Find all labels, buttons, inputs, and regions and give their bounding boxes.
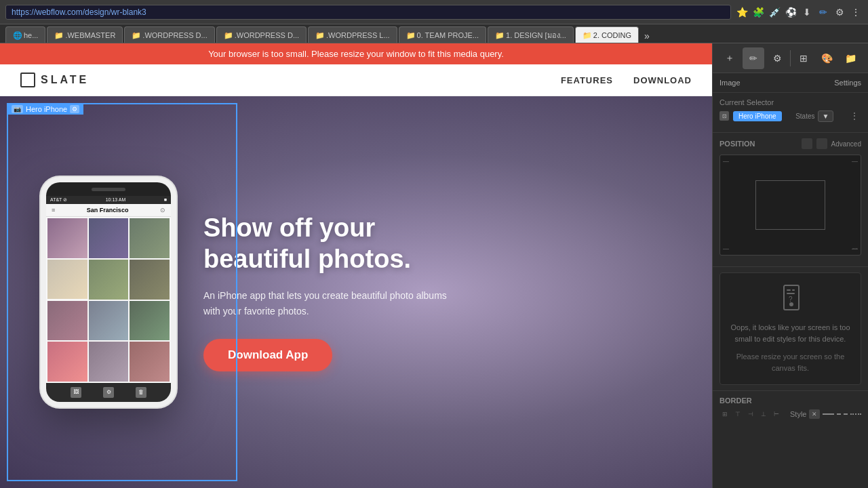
panel-selector-section: Current Selector ⊡ Hero iPhone States ▼ … (713, 93, 868, 133)
border-dashed-line[interactable] (837, 413, 848, 415)
style-tool[interactable]: ✏ (743, 47, 764, 69)
widget-sub-text: Please resize your screen so the canvas … (727, 351, 854, 373)
nav-features[interactable]: FEATURES (561, 75, 613, 85)
panel-border-section: BORDER ⊞ ⊤ ⊣ ⊥ ⊢ Style ✕ (713, 390, 868, 425)
photo-item-8 (89, 301, 129, 341)
bookmark-icon[interactable]: ⭐ (735, 5, 749, 19)
photo-item-2 (89, 218, 129, 258)
panel-image-section: Image Settings (713, 73, 868, 93)
phone-carrier: AT&T ⊘ (50, 197, 67, 203)
tab-icon-wp2: 📁 (224, 31, 232, 39)
pos-more-button[interactable]: ··· (852, 245, 858, 252)
position-grid[interactable]: — — — — ··· (719, 155, 861, 256)
phone-bottom-bar: 🖼 ⚙ 🗑 (46, 383, 171, 402)
border-right-icon[interactable]: ⊣ (745, 409, 756, 420)
widget-tools-icon: ? (727, 284, 854, 317)
url-bar[interactable]: https://webflow.com/design/wr-blank3 (5, 5, 731, 20)
color-tool[interactable]: 🎨 (816, 47, 838, 69)
selector-element-icon: ⊡ (719, 111, 729, 121)
svg-rect-3 (792, 289, 795, 291)
svg-rect-4 (787, 293, 795, 294)
border-solid-line[interactable] (823, 413, 833, 415)
tab-team[interactable]: 📁 0. TEAM PROJE... (399, 26, 487, 43)
ball-icon[interactable]: ⚽ (784, 5, 797, 19)
phone-notch (46, 182, 171, 196)
selector-row: ⊡ Hero iPhone States ▼ ⋮ (719, 109, 861, 123)
photo-item-1 (47, 218, 87, 258)
files-tool[interactable]: 📁 (840, 47, 861, 69)
phone-time: 10:13 AM (106, 197, 126, 203)
tab-wordpress2[interactable]: 📁 .WORDPRESS D... (216, 26, 307, 43)
tab-wordpress3[interactable]: 📁 .WORDPRESS L... (308, 26, 397, 43)
site-header: SLATE FEATURES DOWNLOAD (0, 64, 712, 96)
gear-tool[interactable]: ⚙ (766, 47, 788, 69)
tab-wordpress1[interactable]: 📁 .WORDPRESS D... (124, 26, 214, 43)
border-left-icon[interactable]: ⊢ (771, 409, 782, 420)
panel-position-section: POSITION Advanced — — — — ··· (713, 133, 868, 267)
border-x-button[interactable]: ✕ (809, 409, 820, 419)
nav-download[interactable]: DOWNLOAD (633, 75, 692, 85)
phone-trash-icon: 🗑 (136, 387, 146, 398)
position-header: POSITION Advanced (719, 138, 861, 149)
photo-item-3 (130, 218, 170, 258)
tabs-more-icon[interactable]: » (640, 29, 654, 43)
position-title: POSITION (719, 140, 755, 148)
states-toggle-button[interactable]: ▼ (818, 110, 834, 122)
phone-camera-icon: ⊙ (160, 207, 165, 214)
pos-top-left-label: — (723, 158, 729, 165)
photo-item-4 (47, 260, 87, 300)
phone-mockup: AT&T ⊘ 10:13 AM ■ ≡ San Francisco ⊙ (41, 177, 176, 407)
hero-section: 📷 Hero iPhone ⚙ AT&T ⊘ (0, 96, 712, 488)
phone-side-btn-1 (41, 223, 42, 237)
browser-warning-banner: Your browser is too small. Please resize… (0, 43, 712, 64)
border-header: BORDER (719, 396, 861, 405)
panel-screen-warning-widget: ? Oops, it looks like your screen is too… (719, 272, 861, 385)
border-sides: ⊞ ⊤ ⊣ ⊥ ⊢ (719, 409, 782, 420)
extensions-icon[interactable]: 🧩 (751, 5, 765, 19)
canvas-area: Your browser is too small. Please resize… (0, 43, 712, 488)
tab-icon-team: 📁 (406, 31, 414, 39)
browser-chrome: https://webflow.com/design/wr-blank3 ⭐ 🧩… (0, 0, 868, 43)
browser-toolbar: https://webflow.com/design/wr-blank3 ⭐ 🧩… (0, 0, 868, 24)
photo-item-6 (130, 260, 170, 300)
border-all-icon[interactable]: ⊞ (719, 409, 730, 420)
download-app-button[interactable]: Download App (203, 339, 332, 371)
layout-tool[interactable]: ⊞ (793, 47, 814, 69)
site-nav: FEATURES DOWNLOAD (561, 75, 692, 85)
border-style-label: Style (790, 410, 806, 418)
settings-icon[interactable]: ⚙ (833, 5, 846, 19)
border-top-icon[interactable]: ⊤ (732, 409, 743, 420)
border-title: BORDER (719, 396, 752, 405)
states-text: States (795, 113, 814, 120)
eyedropper-icon[interactable]: 💉 (768, 5, 781, 19)
border-bottom-icon[interactable]: ⊥ (758, 409, 769, 420)
tab-icon-webmaster: 📁 (54, 31, 62, 39)
photo-item-12 (130, 342, 170, 382)
download-icon[interactable]: ⬇ (800, 5, 814, 19)
tab-design[interactable]: 📁 1. DESIGN [มอง... (488, 26, 574, 43)
right-panel: ＋ ✏ ⚙ ⊞ 🎨 📁 Image Settings Current Selec… (712, 43, 868, 488)
selector-badge[interactable]: Hero iPhone (733, 111, 782, 121)
settings-label: Settings (834, 79, 861, 87)
phone-photos-icon: 🖼 (71, 387, 81, 398)
more-icon[interactable]: ⋮ (849, 5, 863, 19)
position-dot-button[interactable] (802, 138, 812, 149)
tab-0[interactable]: 🌐 he... (5, 26, 45, 43)
panel-toolbar: ＋ ✏ ⚙ ⊞ 🎨 📁 (713, 43, 868, 73)
position-link-button[interactable] (816, 138, 827, 149)
add-tool[interactable]: ＋ (719, 47, 741, 69)
phone-photo-grid (46, 217, 171, 383)
phone-app-header: ≡ San Francisco ⊙ (46, 204, 171, 217)
border-dotted-line[interactable] (850, 413, 861, 415)
toolbar-divider (790, 50, 791, 66)
advanced-button[interactable]: Advanced (831, 140, 861, 148)
edit-icon[interactable]: ✏ (816, 5, 830, 19)
tab-webmaster[interactable]: 📁 .WEBMASTER (47, 26, 123, 43)
pos-bottom-left-label: — (723, 245, 729, 252)
logo-box-icon (20, 73, 35, 87)
tab-coding[interactable]: 📁 2. CODING (575, 26, 639, 43)
photo-item-11 (89, 342, 129, 382)
svg-rect-2 (787, 289, 791, 291)
phone-settings-icon: ⚙ (103, 387, 114, 398)
selector-menu-button[interactable]: ⋮ (848, 109, 861, 123)
